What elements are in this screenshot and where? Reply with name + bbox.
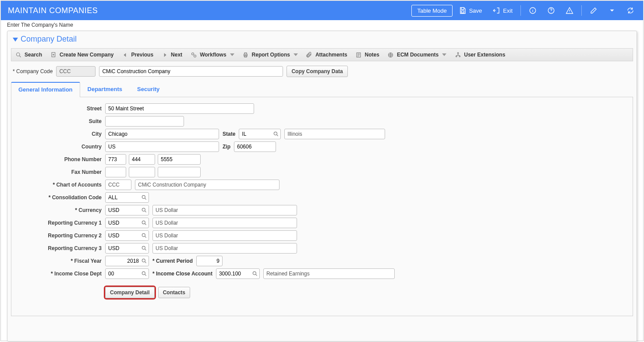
create-label: Create New Company: [60, 52, 113, 58]
arrow-right-icon: [161, 51, 168, 58]
street-input[interactable]: [105, 103, 254, 114]
search-icon[interactable]: [141, 220, 147, 226]
panel-title: Company Detail: [21, 35, 77, 44]
tabs: General Information Departments Security: [11, 81, 633, 97]
search-icon[interactable]: [273, 131, 279, 137]
edit-icon: [590, 7, 598, 14]
fax-area-input[interactable]: [105, 167, 126, 177]
separator: [520, 5, 521, 16]
page-title: MAINTAIN COMPANIES: [8, 6, 98, 15]
fiscal-label: Fiscal Year: [18, 258, 105, 264]
exit-button[interactable]: Exit: [488, 4, 517, 17]
fax-prefix-input[interactable]: [129, 167, 155, 177]
svg-point-18: [142, 221, 145, 224]
search-icon[interactable]: [141, 207, 147, 213]
create-company-button[interactable]: Create New Company: [50, 51, 113, 58]
row-currency: Currency: [18, 205, 626, 215]
repcur2-label: Reporting Currency 2: [18, 233, 105, 239]
tab-departments[interactable]: Departments: [80, 82, 130, 97]
alert-button[interactable]: [561, 4, 578, 17]
workflows-label: Workflows: [200, 52, 226, 58]
phone-line-input[interactable]: [158, 154, 201, 165]
workflows-button[interactable]: Workflows: [190, 51, 234, 58]
svg-point-6: [194, 55, 196, 57]
row-consol: Consolidation Code: [18, 192, 626, 203]
company-code-input[interactable]: [56, 66, 96, 77]
alert-icon: [566, 7, 573, 14]
search-icon[interactable]: [141, 258, 147, 264]
company-name-input[interactable]: [99, 66, 283, 77]
suite-input[interactable]: [105, 116, 184, 127]
currency-name-display: [152, 205, 297, 215]
user-extensions-button[interactable]: User Extensions: [454, 51, 505, 58]
chevron-down-icon: [294, 53, 298, 56]
copy-company-data-button[interactable]: Copy Company Data: [287, 66, 347, 77]
ecm-documents-button[interactable]: ECM Documents: [387, 51, 446, 58]
previous-label: Previous: [131, 52, 153, 58]
ecm-label: ECM Documents: [397, 52, 439, 58]
search-label: Search: [25, 52, 42, 58]
phone-label: Phone Number: [18, 156, 105, 162]
search-icon[interactable]: [141, 233, 147, 239]
search-button[interactable]: Search: [15, 51, 42, 58]
icd-lookup[interactable]: [105, 268, 149, 279]
search-icon[interactable]: [141, 194, 147, 201]
repcur3-label: Reporting Currency 3: [18, 245, 105, 251]
save-button[interactable]: Save: [454, 4, 487, 17]
edit-button[interactable]: [585, 4, 602, 17]
row-repcur1: Reporting Currency 1: [18, 218, 626, 228]
period-label: Current Period: [152, 258, 193, 264]
state-lookup[interactable]: [239, 129, 281, 139]
previous-button[interactable]: Previous: [121, 51, 153, 58]
disclosure-icon[interactable]: [13, 38, 18, 42]
search-icon[interactable]: [252, 271, 258, 277]
ica-lookup[interactable]: [216, 268, 260, 279]
row-fax: Fax Number: [18, 167, 626, 177]
contacts-button[interactable]: Contacts: [158, 287, 190, 298]
fiscal-lookup[interactable]: [105, 256, 149, 266]
svg-rect-9: [244, 55, 247, 57]
zip-input[interactable]: [234, 141, 276, 152]
city-input[interactable]: [105, 129, 219, 139]
repcur1-label: Reporting Currency 1: [18, 220, 105, 226]
search-icon[interactable]: [141, 271, 147, 277]
next-button[interactable]: Next: [161, 51, 182, 58]
search-icon[interactable]: [141, 245, 147, 251]
help-button[interactable]: [543, 4, 559, 17]
refresh-button[interactable]: [622, 4, 639, 17]
userext-label: User Extensions: [464, 52, 505, 58]
repcur2-lookup[interactable]: [105, 230, 149, 241]
svg-point-12: [457, 52, 459, 53]
chevron-down-icon: [230, 53, 234, 56]
phone-area-input[interactable]: [105, 154, 126, 165]
row-fiscal: Fiscal Year Current Period: [18, 256, 626, 266]
ica-name-display: [263, 268, 395, 279]
table-mode-button[interactable]: Table Mode: [411, 5, 452, 17]
tab-security[interactable]: Security: [130, 82, 167, 97]
country-input[interactable]: [105, 141, 219, 152]
company-detail-button[interactable]: Company Detail: [105, 287, 155, 298]
report-options-button[interactable]: Report Options: [242, 51, 298, 58]
info-button[interactable]: [524, 4, 541, 17]
notes-label: Notes: [365, 52, 379, 58]
tab-content-general: Street Suite City State Country: [11, 97, 633, 316]
attachments-button[interactable]: Attachments: [306, 51, 347, 58]
repcur3-lookup[interactable]: [105, 243, 149, 254]
fax-line-input[interactable]: [158, 167, 201, 177]
dropdown-button[interactable]: [604, 4, 620, 17]
repcur1-lookup[interactable]: [105, 218, 149, 228]
currency-lookup[interactable]: [105, 205, 149, 215]
notes-button[interactable]: Notes: [355, 51, 379, 58]
phone-prefix-input[interactable]: [129, 154, 155, 165]
row-income-close: Income Close Dept Income Close Account: [18, 268, 626, 279]
period-input[interactable]: [196, 256, 223, 266]
row-suite: Suite: [18, 116, 626, 127]
svg-point-16: [142, 195, 145, 198]
consol-lookup[interactable]: [105, 192, 149, 203]
row-repcur3: Reporting Currency 3: [18, 243, 626, 254]
company-code-row: Company Code Copy Company Data: [7, 61, 637, 79]
tab-general-information[interactable]: General Information: [11, 82, 80, 97]
svg-point-22: [142, 271, 145, 275]
toolbar: Search Create New Company Previous Next …: [11, 48, 633, 61]
gears-icon: [190, 51, 197, 58]
